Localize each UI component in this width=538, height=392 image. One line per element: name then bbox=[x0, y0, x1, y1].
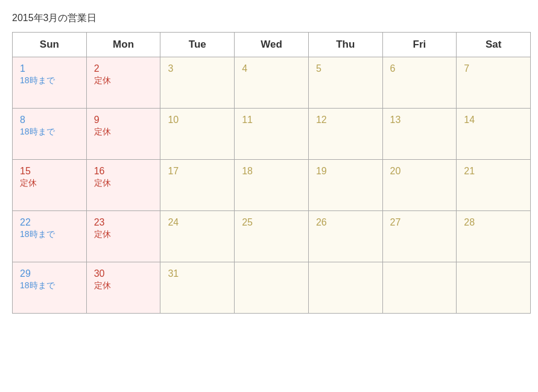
calendar-cell: 2918時まで bbox=[13, 262, 87, 314]
day-label: 定休 bbox=[94, 127, 153, 138]
header-wed: Wed bbox=[235, 33, 309, 57]
day-number: 10 bbox=[168, 115, 227, 125]
day-number: 28 bbox=[464, 217, 523, 228]
calendar-cell bbox=[308, 262, 382, 314]
day-label: 18時まで bbox=[20, 280, 79, 291]
header-sat: Sat bbox=[457, 33, 531, 57]
calendar-cell bbox=[382, 262, 457, 314]
calendar-cell: 26 bbox=[308, 211, 382, 262]
calendar-cell: 12 bbox=[308, 109, 382, 160]
day-number: 1 bbox=[20, 63, 79, 74]
calendar-cell: 9定休 bbox=[86, 109, 160, 160]
day-number: 17 bbox=[168, 166, 227, 177]
day-label: 定休 bbox=[94, 75, 153, 86]
day-number: 12 bbox=[316, 115, 375, 125]
calendar-cell: 31 bbox=[160, 262, 235, 314]
calendar-cell: 6 bbox=[382, 57, 457, 109]
calendar-cell: 17 bbox=[160, 160, 235, 211]
calendar-week-row: 2918時まで30定休31 bbox=[13, 262, 531, 314]
header-tue: Tue bbox=[160, 33, 235, 57]
calendar-cell: 118時まで bbox=[13, 57, 87, 109]
day-number: 22 bbox=[20, 217, 79, 228]
calendar-cell: 4 bbox=[235, 57, 309, 109]
header-thu: Thu bbox=[308, 33, 382, 57]
day-label: 18時まで bbox=[20, 75, 79, 86]
calendar-week-row: 818時まで9定休1011121314 bbox=[13, 109, 531, 160]
day-number: 26 bbox=[316, 217, 375, 228]
day-number: 16 bbox=[94, 166, 153, 177]
day-label: 18時まで bbox=[20, 229, 79, 240]
calendar-header-row: SunMonTueWedThuFriSat bbox=[13, 33, 531, 57]
calendar-cell: 16定休 bbox=[86, 160, 160, 211]
calendar-week-row: 118時まで2定休34567 bbox=[13, 57, 531, 109]
day-number: 11 bbox=[242, 115, 301, 125]
calendar-cell bbox=[235, 262, 309, 314]
day-label: 定休 bbox=[94, 229, 153, 240]
day-number: 24 bbox=[168, 217, 227, 228]
calendar-cell: 13 bbox=[382, 109, 457, 160]
calendar-week-row: 2218時まで23定休2425262728 bbox=[13, 211, 531, 262]
calendar-cell: 18 bbox=[235, 160, 309, 211]
calendar-cell: 5 bbox=[308, 57, 382, 109]
calendar-week-row: 15定休16定休1718192021 bbox=[13, 160, 531, 211]
calendar-cell: 20 bbox=[382, 160, 457, 211]
day-number: 20 bbox=[390, 166, 449, 177]
calendar-cell: 2218時まで bbox=[13, 211, 87, 262]
calendar-cell: 14 bbox=[457, 109, 531, 160]
day-label: 18時まで bbox=[20, 127, 79, 138]
calendar-cell: 25 bbox=[235, 211, 309, 262]
calendar-cell: 3 bbox=[160, 57, 235, 109]
header-sun: Sun bbox=[13, 33, 87, 57]
page-title: 2015年3月の営業日 bbox=[12, 12, 526, 25]
calendar-cell: 30定休 bbox=[86, 262, 160, 314]
day-number: 29 bbox=[20, 268, 79, 279]
day-number: 6 bbox=[390, 63, 449, 74]
day-number: 30 bbox=[94, 268, 153, 279]
day-number: 14 bbox=[464, 115, 523, 125]
calendar-cell: 19 bbox=[308, 160, 382, 211]
calendar-cell: 818時まで bbox=[13, 109, 87, 160]
day-number: 19 bbox=[316, 166, 375, 177]
calendar-cell: 7 bbox=[457, 57, 531, 109]
calendar-cell: 21 bbox=[457, 160, 531, 211]
day-number: 15 bbox=[20, 166, 79, 177]
day-number: 18 bbox=[242, 166, 301, 177]
day-number: 4 bbox=[242, 63, 301, 74]
day-number: 27 bbox=[390, 217, 449, 228]
day-number: 7 bbox=[464, 63, 523, 74]
day-number: 13 bbox=[390, 115, 449, 125]
day-number: 21 bbox=[464, 166, 523, 177]
day-number: 25 bbox=[242, 217, 301, 228]
calendar-cell: 2定休 bbox=[86, 57, 160, 109]
day-label: 定休 bbox=[94, 280, 153, 291]
day-label: 定休 bbox=[20, 178, 79, 189]
calendar-cell: 28 bbox=[457, 211, 531, 262]
calendar-cell: 11 bbox=[235, 109, 309, 160]
day-number: 3 bbox=[168, 63, 227, 74]
header-fri: Fri bbox=[382, 33, 457, 57]
calendar-cell: 23定休 bbox=[86, 211, 160, 262]
day-number: 31 bbox=[168, 268, 227, 279]
calendar-cell: 10 bbox=[160, 109, 235, 160]
day-number: 8 bbox=[20, 115, 79, 125]
day-label: 定休 bbox=[94, 178, 153, 189]
calendar-cell: 27 bbox=[382, 211, 457, 262]
day-number: 5 bbox=[316, 63, 375, 74]
day-number: 23 bbox=[94, 217, 153, 228]
calendar-cell: 15定休 bbox=[13, 160, 87, 211]
calendar-table: SunMonTueWedThuFriSat 118時まで2定休34567818時… bbox=[12, 32, 531, 314]
day-number: 2 bbox=[94, 63, 153, 74]
header-mon: Mon bbox=[86, 33, 160, 57]
calendar-cell: 24 bbox=[160, 211, 235, 262]
day-number: 9 bbox=[94, 115, 153, 125]
calendar-cell bbox=[457, 262, 531, 314]
